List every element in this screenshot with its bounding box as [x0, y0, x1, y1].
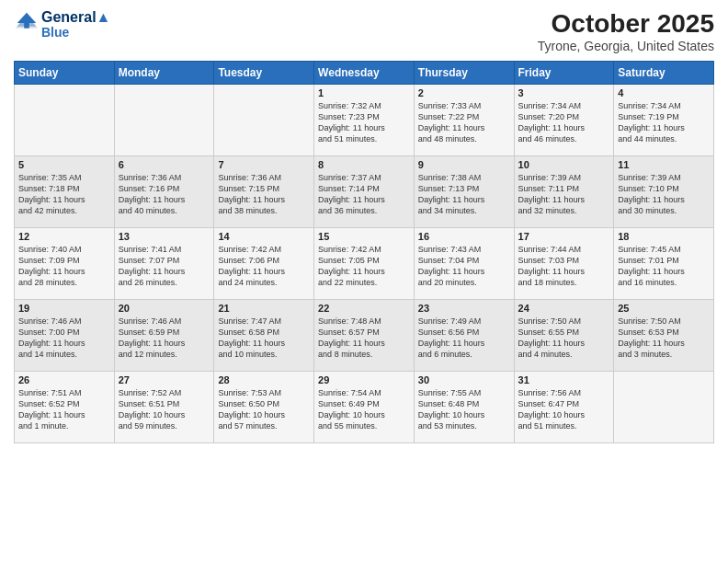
page-container: General▲ Blue October 2025 Tyrone, Georg…	[0, 0, 728, 448]
day-number: 13	[119, 231, 210, 242]
calendar-cell	[214, 85, 314, 156]
weekday-header-row: SundayMondayTuesdayWednesdayThursdayFrid…	[15, 62, 714, 85]
title-area: October 2025 Tyrone, Georgia, United Sta…	[538, 9, 714, 53]
calendar-cell: 8Sunrise: 7:37 AM Sunset: 7:14 PM Daylig…	[314, 156, 415, 228]
day-number: 10	[518, 159, 610, 170]
calendar-cell: 21Sunrise: 7:47 AM Sunset: 6:58 PM Dayli…	[214, 300, 314, 372]
day-info: Sunrise: 7:36 AM Sunset: 7:16 PM Dayligh…	[119, 172, 210, 217]
day-number: 14	[218, 231, 310, 242]
day-number: 8	[318, 159, 410, 170]
week-row-5: 26Sunrise: 7:51 AM Sunset: 6:52 PM Dayli…	[15, 372, 714, 443]
calendar-cell: 3Sunrise: 7:34 AM Sunset: 7:20 PM Daylig…	[514, 85, 614, 156]
day-info: Sunrise: 7:47 AM Sunset: 6:58 PM Dayligh…	[218, 316, 310, 361]
day-number: 11	[618, 159, 710, 170]
day-info: Sunrise: 7:49 AM Sunset: 6:56 PM Dayligh…	[418, 316, 510, 361]
location: Tyrone, Georgia, United States	[538, 39, 714, 53]
weekday-header-monday: Monday	[114, 62, 214, 85]
calendar-cell: 7Sunrise: 7:36 AM Sunset: 7:15 PM Daylig…	[214, 156, 314, 228]
calendar-cell: 18Sunrise: 7:45 AM Sunset: 7:01 PM Dayli…	[614, 228, 714, 300]
day-number: 4	[618, 87, 710, 98]
day-number: 17	[518, 231, 610, 242]
logo: General▲ Blue	[14, 9, 110, 40]
weekday-header-tuesday: Tuesday	[214, 62, 314, 85]
month-title: October 2025	[538, 9, 714, 39]
day-number: 29	[318, 374, 410, 385]
day-number: 12	[18, 231, 110, 242]
weekday-header-friday: Friday	[514, 62, 614, 85]
day-number: 30	[418, 374, 510, 385]
day-number: 27	[119, 374, 210, 385]
calendar-cell: 27Sunrise: 7:52 AM Sunset: 6:51 PM Dayli…	[114, 372, 214, 443]
calendar-cell: 24Sunrise: 7:50 AM Sunset: 6:55 PM Dayli…	[514, 300, 614, 372]
day-info: Sunrise: 7:50 AM Sunset: 6:53 PM Dayligh…	[618, 316, 710, 361]
day-info: Sunrise: 7:44 AM Sunset: 7:03 PM Dayligh…	[518, 244, 610, 289]
calendar-cell: 19Sunrise: 7:46 AM Sunset: 7:00 PM Dayli…	[15, 300, 115, 372]
day-info: Sunrise: 7:38 AM Sunset: 7:13 PM Dayligh…	[418, 172, 510, 217]
week-row-3: 12Sunrise: 7:40 AM Sunset: 7:09 PM Dayli…	[15, 228, 714, 300]
day-info: Sunrise: 7:36 AM Sunset: 7:15 PM Dayligh…	[218, 172, 310, 217]
day-number: 2	[418, 87, 510, 98]
calendar-cell: 25Sunrise: 7:50 AM Sunset: 6:53 PM Dayli…	[614, 300, 714, 372]
day-number: 3	[518, 87, 610, 98]
calendar-cell: 28Sunrise: 7:53 AM Sunset: 6:50 PM Dayli…	[214, 372, 314, 443]
day-info: Sunrise: 7:42 AM Sunset: 7:05 PM Dayligh…	[318, 244, 410, 289]
day-number: 26	[18, 374, 110, 385]
day-number: 22	[318, 303, 410, 314]
calendar-cell: 20Sunrise: 7:46 AM Sunset: 6:59 PM Dayli…	[114, 300, 214, 372]
week-row-4: 19Sunrise: 7:46 AM Sunset: 7:00 PM Dayli…	[15, 300, 714, 372]
day-info: Sunrise: 7:39 AM Sunset: 7:10 PM Dayligh…	[618, 172, 710, 217]
day-number: 19	[18, 303, 110, 314]
weekday-header-sunday: Sunday	[15, 62, 115, 85]
calendar-cell: 17Sunrise: 7:44 AM Sunset: 7:03 PM Dayli…	[514, 228, 614, 300]
day-number: 15	[318, 231, 410, 242]
day-info: Sunrise: 7:33 AM Sunset: 7:22 PM Dayligh…	[418, 100, 510, 145]
day-info: Sunrise: 7:53 AM Sunset: 6:50 PM Dayligh…	[218, 387, 310, 432]
calendar-cell	[114, 85, 214, 156]
day-info: Sunrise: 7:32 AM Sunset: 7:23 PM Dayligh…	[318, 100, 410, 145]
calendar-cell: 4Sunrise: 7:34 AM Sunset: 7:19 PM Daylig…	[614, 85, 714, 156]
day-info: Sunrise: 7:46 AM Sunset: 6:59 PM Dayligh…	[119, 316, 210, 361]
day-number: 20	[119, 303, 210, 314]
day-info: Sunrise: 7:43 AM Sunset: 7:04 PM Dayligh…	[418, 244, 510, 289]
day-number: 24	[518, 303, 610, 314]
calendar-cell	[15, 85, 115, 156]
week-row-1: 1Sunrise: 7:32 AM Sunset: 7:23 PM Daylig…	[15, 85, 714, 156]
weekday-header-saturday: Saturday	[614, 62, 714, 85]
calendar-cell: 30Sunrise: 7:55 AM Sunset: 6:48 PM Dayli…	[414, 372, 514, 443]
calendar-cell: 12Sunrise: 7:40 AM Sunset: 7:09 PM Dayli…	[15, 228, 115, 300]
calendar-cell: 10Sunrise: 7:39 AM Sunset: 7:11 PM Dayli…	[514, 156, 614, 228]
calendar-cell: 5Sunrise: 7:35 AM Sunset: 7:18 PM Daylig…	[15, 156, 115, 228]
calendar-cell: 11Sunrise: 7:39 AM Sunset: 7:10 PM Dayli…	[614, 156, 714, 228]
calendar-cell: 1Sunrise: 7:32 AM Sunset: 7:23 PM Daylig…	[314, 85, 415, 156]
day-number: 31	[518, 374, 610, 385]
day-info: Sunrise: 7:35 AM Sunset: 7:18 PM Dayligh…	[18, 172, 110, 217]
logo-text: General▲ Blue	[41, 9, 110, 40]
calendar-cell	[614, 372, 714, 443]
day-info: Sunrise: 7:55 AM Sunset: 6:48 PM Dayligh…	[418, 387, 510, 432]
week-row-2: 5Sunrise: 7:35 AM Sunset: 7:18 PM Daylig…	[15, 156, 714, 228]
calendar-cell: 14Sunrise: 7:42 AM Sunset: 7:06 PM Dayli…	[214, 228, 314, 300]
calendar-cell: 6Sunrise: 7:36 AM Sunset: 7:16 PM Daylig…	[114, 156, 214, 228]
day-info: Sunrise: 7:34 AM Sunset: 7:20 PM Dayligh…	[518, 100, 610, 145]
day-info: Sunrise: 7:48 AM Sunset: 6:57 PM Dayligh…	[318, 316, 410, 361]
day-info: Sunrise: 7:45 AM Sunset: 7:01 PM Dayligh…	[618, 244, 710, 289]
calendar-cell: 29Sunrise: 7:54 AM Sunset: 6:49 PM Dayli…	[314, 372, 415, 443]
calendar-cell: 15Sunrise: 7:42 AM Sunset: 7:05 PM Dayli…	[314, 228, 415, 300]
day-number: 16	[418, 231, 510, 242]
day-info: Sunrise: 7:50 AM Sunset: 6:55 PM Dayligh…	[518, 316, 610, 361]
day-number: 23	[418, 303, 510, 314]
day-info: Sunrise: 7:42 AM Sunset: 7:06 PM Dayligh…	[218, 244, 310, 289]
logo-icon	[14, 11, 40, 37]
calendar-cell: 13Sunrise: 7:41 AM Sunset: 7:07 PM Dayli…	[114, 228, 214, 300]
day-number: 1	[318, 87, 410, 98]
calendar-table: SundayMondayTuesdayWednesdayThursdayFrid…	[14, 61, 714, 443]
day-number: 28	[218, 374, 310, 385]
weekday-header-wednesday: Wednesday	[314, 62, 415, 85]
day-number: 6	[119, 159, 210, 170]
calendar-cell: 22Sunrise: 7:48 AM Sunset: 6:57 PM Dayli…	[314, 300, 415, 372]
day-info: Sunrise: 7:51 AM Sunset: 6:52 PM Dayligh…	[18, 387, 110, 432]
day-info: Sunrise: 7:37 AM Sunset: 7:14 PM Dayligh…	[318, 172, 410, 217]
day-info: Sunrise: 7:34 AM Sunset: 7:19 PM Dayligh…	[618, 100, 710, 145]
day-info: Sunrise: 7:40 AM Sunset: 7:09 PM Dayligh…	[18, 244, 110, 289]
calendar-cell: 9Sunrise: 7:38 AM Sunset: 7:13 PM Daylig…	[414, 156, 514, 228]
